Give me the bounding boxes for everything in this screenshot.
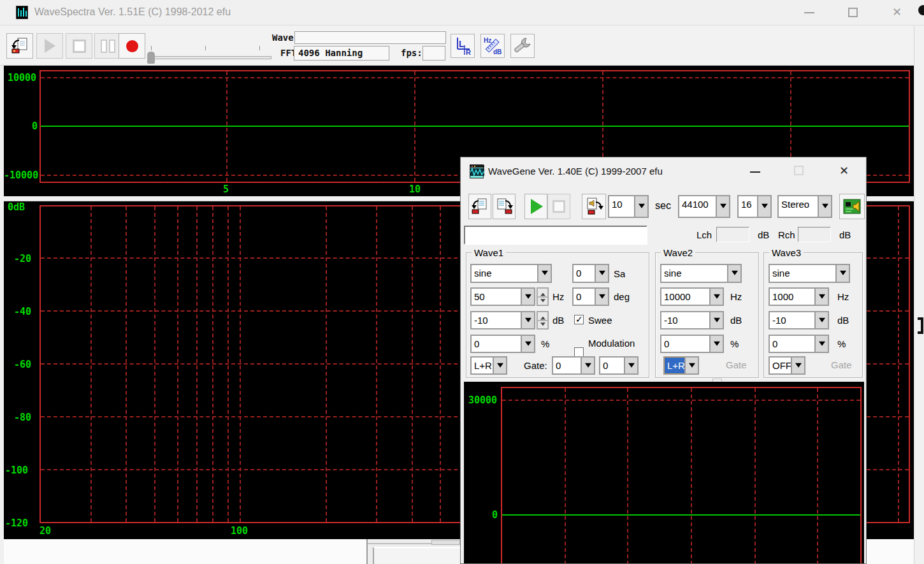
wave3-level-select[interactable]: -10 [769, 311, 829, 329]
chevron-down-icon[interactable] [835, 265, 849, 282]
open-file-button[interactable] [468, 194, 491, 219]
axis-units-button[interactable]: Hz dB [480, 34, 505, 58]
wave1-gate-time-select[interactable]: 0 [552, 356, 595, 375]
minimize-icon [750, 171, 760, 173]
wrench-icon [513, 36, 532, 55]
minimize-button[interactable] [740, 157, 770, 187]
wave3-type-value: sine [770, 265, 835, 282]
chevron-down-icon[interactable] [791, 358, 804, 373]
wave1-modulation-checkbox[interactable] [574, 347, 584, 357]
play-button[interactable] [36, 33, 63, 59]
chevron-down-icon[interactable] [814, 289, 828, 305]
channels-value: Stereo [779, 196, 818, 217]
wave1-duty-unit: % [541, 338, 549, 349]
svg-text:R: R [466, 48, 471, 55]
stepper-up-icon[interactable] [537, 288, 548, 297]
chevron-down-icon[interactable] [581, 358, 594, 373]
chevron-down-icon[interactable] [727, 265, 740, 282]
wave1-level-stepper[interactable] [537, 311, 549, 329]
wave2-output-select[interactable]: L+R [663, 356, 699, 375]
svg-text:L: L [459, 39, 465, 49]
wave1-level-select[interactable]: -10 [470, 311, 535, 329]
save-file-button[interactable] [493, 194, 516, 219]
y-tick-label: 0 [492, 509, 498, 521]
slider-track[interactable] [149, 56, 271, 59]
stop-button[interactable] [66, 33, 92, 59]
wave1-phase-select[interactable]: 0 [572, 287, 609, 306]
chevron-down-icon[interactable] [595, 265, 608, 282]
record-button[interactable] [119, 33, 145, 59]
chevron-down-icon[interactable] [493, 358, 506, 373]
wave1-type-select[interactable]: sine [470, 264, 552, 283]
fft-field[interactable]: 4096 Hanning [294, 46, 389, 61]
chevron-down-icon[interactable] [814, 312, 828, 328]
position-slider[interactable] [145, 33, 276, 60]
wave1-frequency-stepper[interactable] [537, 287, 549, 306]
stepper-up-icon[interactable] [537, 312, 548, 321]
samplerate-select[interactable]: 44100 [678, 195, 730, 218]
pause-button[interactable] [94, 33, 121, 59]
maximize-button[interactable] [838, 0, 870, 25]
fps-field[interactable] [422, 46, 445, 61]
stepper-down-icon[interactable] [537, 321, 548, 329]
wavegene-titlebar[interactable]: WaveGene Ver. 1.40E (C) 1999-2007 efu ✕ [461, 157, 867, 187]
wave3-output-select[interactable]: OFF [769, 356, 805, 375]
wave1-sweep-checkbox[interactable] [574, 315, 584, 324]
close-button[interactable]: ✕ [883, 0, 914, 25]
chevron-down-icon[interactable] [595, 289, 608, 305]
chevron-down-icon[interactable] [521, 312, 534, 328]
wave1-duty-select[interactable]: 0 [470, 335, 535, 353]
chevron-down-icon[interactable] [521, 336, 534, 352]
chevron-down-icon[interactable] [521, 289, 534, 305]
maximize-button[interactable] [783, 157, 814, 187]
fragment-tab [431, 540, 460, 545]
wave-file-output-button[interactable] [582, 194, 606, 219]
chevron-down-icon[interactable] [684, 358, 698, 373]
wave2-duty-select[interactable]: 0 [660, 335, 724, 353]
open-file-button[interactable] [6, 33, 33, 59]
play-button[interactable] [524, 194, 547, 219]
x-tick-label: 100 [231, 525, 248, 537]
chevron-down-icon[interactable] [709, 312, 723, 328]
wave3-frequency-select[interactable]: 1000 [769, 287, 829, 306]
channel-lr-button[interactable]: L R [451, 34, 475, 58]
plot-border-right [909, 205, 910, 523]
stepper-down-icon[interactable] [537, 297, 548, 306]
duration-select[interactable]: 10 [608, 195, 649, 218]
chevron-down-icon[interactable] [757, 196, 770, 217]
wave3-duty-select[interactable]: 0 [769, 335, 829, 353]
preset-name-field[interactable] [464, 226, 647, 245]
chevron-down-icon[interactable] [624, 358, 637, 373]
chevron-down-icon[interactable] [709, 336, 723, 352]
y-tick-label: -60 [14, 359, 31, 370]
wave1-sweep-to-select[interactable]: 0 [572, 264, 609, 283]
wave1-output-select[interactable]: L+R [470, 356, 507, 375]
chevron-down-icon[interactable] [818, 196, 831, 217]
chevron-down-icon[interactable] [709, 289, 723, 305]
stop-button[interactable] [547, 194, 570, 219]
chevron-down-icon[interactable] [634, 196, 647, 217]
chevron-down-icon[interactable] [537, 265, 551, 282]
wave1-duty-value: 0 [472, 336, 521, 352]
maximize-icon [848, 8, 858, 17]
bits-select[interactable]: 16 [737, 195, 772, 218]
channels-select[interactable]: Stereo [777, 195, 832, 218]
wavespectra-titlebar[interactable]: WaveSpectra Ver. 1.51E (C) 1998-2012 efu… [0, 0, 924, 25]
y-tick-label: -80 [14, 412, 31, 423]
wave-out-icon [584, 197, 603, 216]
sound-device-button[interactable] [839, 194, 865, 219]
chevron-down-icon[interactable] [814, 336, 828, 352]
wave-file-field[interactable] [294, 31, 446, 44]
chevron-down-icon[interactable] [716, 196, 729, 217]
wave2-type-select[interactable]: sine [660, 264, 742, 283]
minimize-button[interactable] [793, 0, 825, 25]
wave3-type-select[interactable]: sine [769, 264, 850, 283]
close-button[interactable]: ✕ [829, 157, 865, 187]
wave2-frequency-select[interactable]: 10000 [660, 287, 724, 306]
wave2-level-select[interactable]: -10 [660, 311, 724, 329]
settings-button[interactable] [510, 34, 535, 58]
gridline-80hz [212, 206, 213, 522]
wave1-gate-count-select[interactable]: 0 [599, 356, 639, 375]
wave1-frequency-select[interactable]: 50 [470, 287, 535, 306]
slider-thumb[interactable] [147, 52, 155, 64]
